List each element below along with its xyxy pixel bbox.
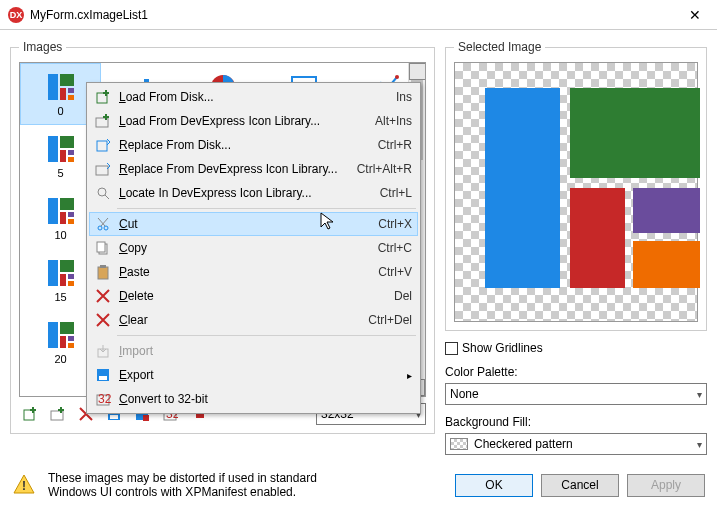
svg-rect-47 bbox=[60, 274, 66, 286]
scroll-up[interactable]: ▴ bbox=[409, 63, 426, 80]
menu-item-shortcut: Alt+Ins bbox=[375, 114, 412, 128]
svg-rect-3 bbox=[68, 88, 74, 93]
menu-item-cut[interactable]: CutCtrl+X bbox=[89, 212, 418, 236]
menu-item-shortcut: Del bbox=[394, 289, 412, 303]
svg-rect-60 bbox=[48, 322, 58, 348]
add-image-icon bbox=[93, 87, 113, 107]
color-palette-value: None bbox=[450, 387, 479, 401]
menu-item-label: Cut bbox=[119, 217, 138, 231]
menu-item-label: Convert to 32-bit bbox=[119, 392, 208, 406]
menu-separator bbox=[117, 335, 416, 336]
svg-rect-61 bbox=[60, 322, 74, 334]
cancel-button[interactable]: Cancel bbox=[541, 474, 619, 497]
svg-rect-78 bbox=[110, 415, 118, 419]
thumbnail-label: 15 bbox=[54, 291, 66, 303]
warning-text: These images may be distorted if used in… bbox=[48, 471, 368, 499]
menu-item-shortcut: Ins bbox=[396, 90, 412, 104]
menu-item-add-image[interactable]: Load From Disk...Ins bbox=[89, 85, 418, 109]
bg-fill-combo[interactable]: Checkered pattern ▾ bbox=[445, 433, 707, 455]
menu-item-label: Import bbox=[119, 344, 153, 358]
thumbnail-label: 5 bbox=[57, 167, 63, 179]
toolbar-add-gallery-icon[interactable] bbox=[47, 403, 69, 425]
preview-block bbox=[633, 241, 700, 288]
svg-text:!: ! bbox=[22, 479, 26, 493]
svg-rect-19 bbox=[68, 157, 74, 162]
svg-rect-89 bbox=[96, 166, 108, 175]
svg-rect-80 bbox=[143, 415, 149, 421]
svg-rect-96 bbox=[100, 265, 106, 268]
toolbar-add-icon[interactable] bbox=[19, 403, 41, 425]
menu-item-label: Replace From DevExpress Icon Library... bbox=[119, 162, 338, 176]
menu-item-label: Copy bbox=[119, 241, 147, 255]
svg-rect-88 bbox=[97, 141, 107, 151]
menu-separator bbox=[117, 208, 416, 209]
apply-button[interactable]: Apply bbox=[627, 474, 705, 497]
replace-image-icon bbox=[93, 135, 113, 155]
svg-rect-0 bbox=[48, 74, 58, 100]
svg-rect-31 bbox=[60, 198, 74, 210]
svg-rect-32 bbox=[60, 212, 66, 224]
convert-icon: 32 bbox=[93, 389, 113, 409]
thumbnail-icon bbox=[45, 71, 77, 103]
preview-block bbox=[570, 88, 700, 178]
show-gridlines-checkbox[interactable]: Show Gridlines bbox=[445, 341, 707, 355]
menu-item-paste[interactable]: PasteCtrl+V bbox=[89, 260, 418, 284]
svg-point-14 bbox=[395, 75, 399, 79]
titlebar: DX MyForm.cxImageList1 ✕ bbox=[0, 0, 717, 30]
footer: ! These images may be distorted if used … bbox=[0, 465, 717, 509]
menu-item-locate[interactable]: Locate In DevExpress Icon Library...Ctrl… bbox=[89, 181, 418, 205]
warning-icon: ! bbox=[12, 473, 36, 497]
import-icon bbox=[93, 341, 113, 361]
preview-block bbox=[485, 88, 560, 288]
selected-image-group: Selected Image bbox=[445, 40, 707, 331]
thumbnail-label: 20 bbox=[54, 353, 66, 365]
checkbox-icon bbox=[445, 342, 458, 355]
menu-item-copy[interactable]: CopyCtrl+C bbox=[89, 236, 418, 260]
menu-item-delete[interactable]: DeleteDel bbox=[89, 284, 418, 308]
menu-item-label: Clear bbox=[119, 313, 148, 327]
images-group-label: Images bbox=[19, 40, 66, 54]
menu-item-label: Paste bbox=[119, 265, 150, 279]
window-title: MyForm.cxImageList1 bbox=[30, 8, 148, 22]
copy-icon bbox=[93, 238, 113, 258]
preview-canvas bbox=[454, 62, 698, 322]
ok-button[interactable]: OK bbox=[455, 474, 533, 497]
color-palette-combo[interactable]: None ▾ bbox=[445, 383, 707, 405]
bg-fill-label: Background Fill: bbox=[445, 415, 707, 429]
thumbnail-icon bbox=[45, 319, 77, 351]
chevron-down-icon: ▾ bbox=[697, 389, 702, 400]
menu-item-label: Locate In DevExpress Icon Library... bbox=[119, 186, 312, 200]
thumbnail-icon bbox=[45, 133, 77, 165]
cursor-icon bbox=[320, 212, 338, 230]
color-palette-label: Color Palette: bbox=[445, 365, 707, 379]
thumbnail-label: 10 bbox=[54, 229, 66, 241]
menu-item-add-gallery[interactable]: Load From DevExpress Icon Library...Alt+… bbox=[89, 109, 418, 133]
thumbnail-label: 0 bbox=[57, 105, 63, 117]
svg-rect-34 bbox=[68, 219, 74, 224]
menu-item-import: Import bbox=[89, 339, 418, 363]
menu-item-shortcut: Ctrl+Alt+R bbox=[357, 162, 412, 176]
menu-item-replace-gallery[interactable]: Replace From DevExpress Icon Library...C… bbox=[89, 157, 418, 181]
export-icon bbox=[93, 365, 113, 385]
paste-icon bbox=[93, 262, 113, 282]
menu-item-convert[interactable]: 32Convert to 32-bit bbox=[89, 387, 418, 411]
svg-rect-46 bbox=[60, 260, 74, 272]
menu-item-replace-image[interactable]: Replace From Disk...Ctrl+R bbox=[89, 133, 418, 157]
show-gridlines-label: Show Gridlines bbox=[462, 341, 543, 355]
svg-point-92 bbox=[104, 226, 108, 230]
svg-rect-2 bbox=[60, 88, 66, 100]
menu-item-export[interactable]: Export▸ bbox=[89, 363, 418, 387]
svg-rect-33 bbox=[68, 212, 74, 217]
menu-item-clear[interactable]: ClearCtrl+Del bbox=[89, 308, 418, 332]
app-icon: DX bbox=[8, 7, 24, 23]
svg-point-90 bbox=[98, 188, 106, 196]
svg-rect-63 bbox=[68, 336, 74, 341]
locate-icon bbox=[93, 183, 113, 203]
close-button[interactable]: ✕ bbox=[681, 3, 709, 27]
menu-item-shortcut: Ctrl+X bbox=[378, 217, 412, 231]
thumbnail-icon bbox=[45, 195, 77, 227]
selected-image-group-label: Selected Image bbox=[454, 40, 545, 54]
svg-rect-99 bbox=[99, 376, 107, 380]
svg-rect-30 bbox=[48, 198, 58, 224]
svg-rect-49 bbox=[68, 281, 74, 286]
